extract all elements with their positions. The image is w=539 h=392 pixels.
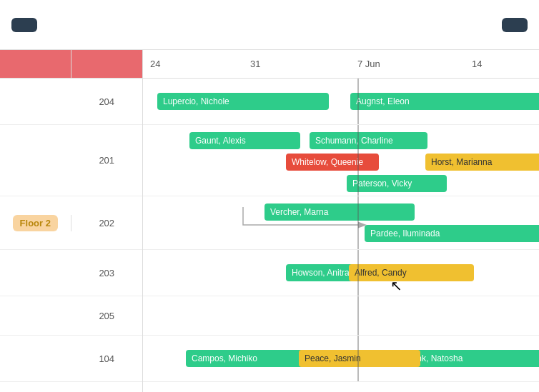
gantt-row: Vercher, MarnaPardee, Iluminada <box>143 196 539 250</box>
today-line <box>357 250 359 296</box>
gantt-bar[interactable]: Alfred, Candy <box>349 264 474 281</box>
room-row: 203 <box>0 250 142 296</box>
today-line <box>357 336 359 381</box>
room-row: 104 <box>0 336 142 382</box>
floor-cell: Floor 2 <box>0 215 71 231</box>
today-line <box>357 296 359 335</box>
date-label: 24 <box>150 59 160 69</box>
date-label: 7 Jun <box>357 59 380 69</box>
gantt-rows: Lupercio, NicholeAugnst, EleonGaunt, Ale… <box>143 79 539 392</box>
gantt-bar[interactable]: Whitelow, Queenie <box>286 154 379 171</box>
today-line <box>357 79 359 124</box>
room-number: 104 <box>71 353 143 364</box>
room-number: 205 <box>71 311 143 321</box>
room-number: 203 <box>71 268 143 278</box>
gantt-row <box>143 296 539 336</box>
gantt-bar[interactable]: Campos, Michiko <box>186 350 304 367</box>
date-label: 31 <box>250 59 260 69</box>
connector-arrow <box>239 200 368 232</box>
room-number: 204 <box>71 96 143 107</box>
column-headers <box>0 50 142 79</box>
today-line <box>357 125 359 196</box>
scroll-today-button[interactable] <box>11 18 37 32</box>
room-number: 201 <box>71 155 143 166</box>
gantt-bar[interactable]: Augnst, Eleon <box>350 93 539 110</box>
room-number: 202 <box>71 218 143 228</box>
room-header <box>71 50 143 78</box>
gantt-bar[interactable]: Schumann, Charline <box>310 132 427 149</box>
floor-header <box>0 50 71 78</box>
gantt-bar[interactable]: Paterson, Vicky <box>347 175 447 192</box>
room-row: 204 <box>0 79 142 125</box>
gantt-row: Campos, MichikoRunk, NatoshaPeace, Jasmi… <box>143 336 539 382</box>
gantt-row: Lupercio, NicholeAugnst, Eleon <box>143 79 539 125</box>
gantt-bar[interactable]: Gaunt, Alexis <box>189 132 300 149</box>
app-container: 204201Floor 2202203205104 24317 Jun14 Lu… <box>0 0 539 392</box>
gantt-area: 24317 Jun14 Lupercio, NicholeAugnst, Ele… <box>143 50 539 392</box>
gantt-bar[interactable]: Runk, Natosha <box>400 350 539 367</box>
gantt-bar[interactable]: Lupercio, Nichole <box>157 93 329 110</box>
room-row: Floor 2202 <box>0 196 142 250</box>
room-row: 205 <box>0 296 142 336</box>
floor-label: Floor 2 <box>13 215 58 231</box>
quarter-button[interactable] <box>502 18 528 32</box>
gantt-bar[interactable]: Pardee, Iluminada <box>365 225 539 242</box>
today-line <box>357 196 359 249</box>
left-panel: 204201Floor 2202203205104 <box>0 50 143 392</box>
date-header: 24317 Jun14 <box>143 50 539 79</box>
rooms-list: 204201Floor 2202203205104 <box>0 79 142 382</box>
gantt-bar[interactable]: Horst, Marianna <box>425 154 539 171</box>
top-bar <box>0 0 539 50</box>
gantt-row: Gaunt, AlexisSchumann, CharlineWhitelow,… <box>143 125 539 196</box>
gantt-row: Howson, AnitraAlfred, Candy↖ <box>143 250 539 296</box>
gantt-bar[interactable]: Peace, Jasmin <box>299 350 420 367</box>
room-row: 201 <box>0 125 142 196</box>
date-label: 14 <box>472 59 482 69</box>
main-content: 204201Floor 2202203205104 24317 Jun14 Lu… <box>0 50 539 392</box>
